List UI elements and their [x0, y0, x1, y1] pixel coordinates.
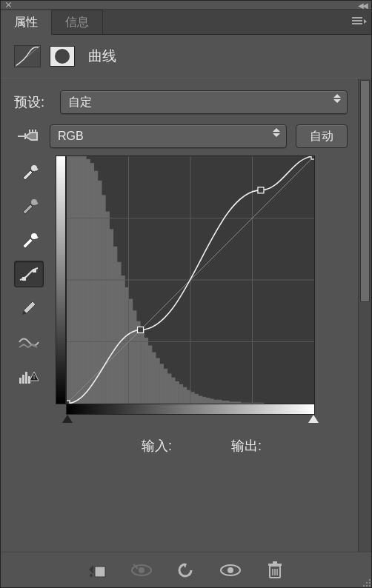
channel-value: RGB [58, 130, 84, 143]
svg-rect-35 [144, 338, 148, 404]
curve-control-point[interactable] [311, 156, 314, 159]
pencil-tool-icon[interactable] [14, 295, 44, 321]
svg-rect-39 [159, 364, 164, 404]
panel-title: 曲线 [88, 47, 116, 66]
svg-rect-65 [260, 403, 265, 404]
panel-top-bar: ◀◀ [1, 1, 371, 10]
svg-rect-20 [86, 159, 90, 404]
svg-rect-85 [95, 567, 105, 577]
svg-point-88 [139, 567, 145, 573]
svg-rect-12 [25, 372, 27, 384]
svg-rect-27 [113, 247, 118, 404]
svg-rect-24 [102, 195, 106, 404]
svg-rect-10 [19, 378, 21, 384]
tab-row: 属性 信息 [1, 10, 371, 35]
svg-rect-41 [167, 373, 172, 404]
curve-control-point[interactable] [258, 187, 264, 193]
svg-rect-42 [171, 378, 176, 404]
svg-point-86 [90, 574, 93, 577]
svg-rect-45 [183, 387, 187, 404]
svg-rect-60 [241, 403, 245, 404]
eyedropper-white-icon[interactable] [14, 227, 44, 253]
svg-rect-25 [105, 212, 110, 404]
white-point-slider[interactable] [308, 415, 319, 423]
graph-wrap: 输入: 输出: [56, 156, 348, 455]
resize-grip-icon[interactable] [362, 578, 371, 587]
clip-warning-icon[interactable]: ! [14, 363, 44, 390]
tab-properties[interactable]: 属性 [1, 10, 52, 35]
svg-rect-52 [210, 398, 214, 404]
curves-panel: ◀◀ 属性 信息 曲线 预设: 自定 [0, 0, 372, 588]
curve-control-point[interactable] [138, 327, 144, 333]
eyedropper-gray-icon[interactable] [14, 193, 44, 219]
curves-graph[interactable] [66, 156, 315, 404]
view-previous-state-icon[interactable] [129, 560, 154, 581]
svg-rect-50 [202, 397, 207, 404]
curve-point-tool-icon[interactable] [14, 261, 44, 287]
svg-rect-51 [206, 398, 210, 404]
svg-rect-8 [22, 277, 26, 281]
svg-rect-43 [175, 381, 179, 404]
svg-rect-47 [190, 392, 195, 404]
target-adjust-icon[interactable] [14, 125, 41, 147]
svg-rect-48 [194, 394, 199, 404]
auto-button[interactable]: 自动 [296, 124, 348, 148]
panel-header: 曲线 [1, 35, 371, 75]
output-label: 输出: [231, 437, 262, 455]
svg-rect-93 [273, 561, 277, 564]
svg-rect-64 [256, 403, 261, 404]
svg-rect-54 [218, 400, 222, 404]
eyedropper-black-icon[interactable] [14, 158, 44, 185]
tool-column: ! [14, 156, 45, 390]
preset-select[interactable]: 自定 [60, 90, 348, 114]
svg-rect-44 [179, 384, 183, 404]
scroll-thumb[interactable] [360, 80, 370, 302]
svg-rect-63 [253, 403, 257, 404]
panel-menu-icon[interactable] [352, 16, 365, 26]
panel-content: 预设: 自定 RGB 自动 [1, 78, 358, 552]
svg-rect-55 [222, 401, 226, 404]
vertical-scrollbar[interactable] [358, 78, 371, 552]
visibility-icon[interactable] [218, 560, 243, 581]
curve-control-point[interactable] [67, 401, 70, 404]
channel-row: RGB 自动 [14, 124, 348, 148]
svg-rect-9 [33, 269, 36, 273]
delete-icon[interactable] [262, 560, 288, 581]
svg-rect-26 [109, 229, 113, 404]
clip-to-layer-icon[interactable] [84, 560, 110, 581]
svg-rect-56 [225, 401, 230, 404]
svg-point-90 [227, 567, 233, 573]
panel-body: 预设: 自定 RGB 自动 [1, 78, 371, 552]
svg-rect-53 [213, 400, 218, 404]
preset-row: 预设: 自定 [14, 90, 348, 114]
reset-icon[interactable] [173, 560, 199, 581]
svg-rect-32 [133, 310, 137, 404]
svg-rect-28 [117, 262, 122, 404]
preset-label: 预设: [14, 93, 53, 111]
svg-text:!: ! [33, 373, 36, 381]
panel-footer [1, 552, 371, 587]
input-gradient[interactable] [66, 404, 315, 415]
curves-adjustment-icon[interactable] [14, 45, 41, 67]
close-icon[interactable] [5, 1, 12, 8]
svg-rect-21 [90, 163, 94, 404]
svg-rect-22 [94, 171, 99, 404]
output-gradient [56, 156, 66, 404]
svg-rect-40 [163, 369, 167, 404]
svg-rect-31 [129, 299, 133, 404]
black-point-slider[interactable] [62, 415, 73, 423]
collapse-icon[interactable]: ◀◀ [358, 1, 367, 10]
svg-rect-57 [229, 401, 233, 404]
svg-rect-34 [140, 330, 145, 404]
svg-rect-38 [156, 358, 160, 404]
smooth-tool-icon[interactable] [14, 329, 44, 355]
tab-info[interactable]: 信息 [52, 10, 103, 34]
layer-mask-icon[interactable] [50, 46, 75, 67]
input-label: 输入: [142, 437, 172, 455]
svg-rect-49 [198, 396, 202, 404]
preset-value: 自定 [68, 95, 92, 110]
channel-select[interactable]: RGB [50, 124, 287, 148]
svg-rect-61 [245, 403, 249, 404]
svg-rect-11 [22, 375, 24, 384]
svg-rect-37 [152, 353, 156, 404]
